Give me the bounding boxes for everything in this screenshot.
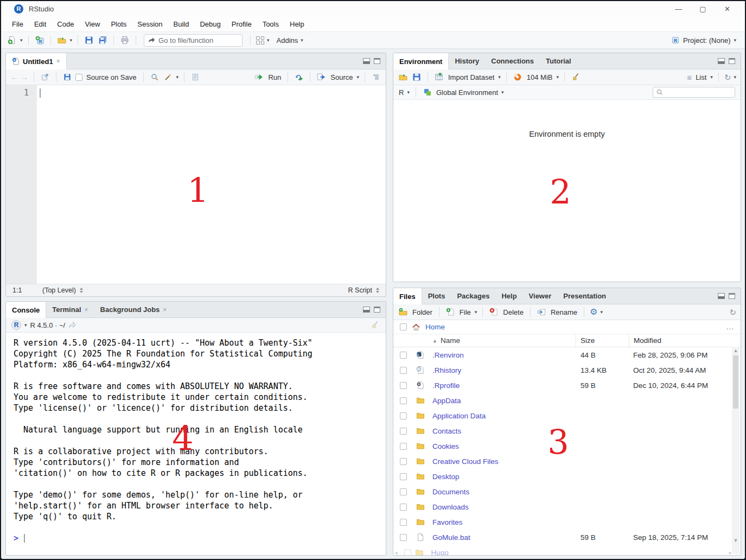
row-checkbox[interactable] xyxy=(400,519,407,526)
popout-window-icon[interactable] xyxy=(40,72,50,82)
goto-file-search[interactable] xyxy=(144,34,243,47)
tab-terminal[interactable]: Terminal × xyxy=(46,302,94,317)
engine-selector-caret[interactable]: ▾ xyxy=(407,90,410,95)
rename-file-button[interactable]: Rename xyxy=(551,308,577,316)
row-checkbox[interactable] xyxy=(400,488,407,495)
minimize-button[interactable]: — xyxy=(666,5,691,13)
refresh-environment-icon[interactable]: ↻ xyxy=(724,73,731,81)
source-file-icon[interactable] xyxy=(316,72,327,82)
tab-history[interactable]: History xyxy=(449,53,485,69)
row-checkbox[interactable] xyxy=(400,428,407,435)
file-row-rprofile[interactable]: .Rprofile 59 B Dec 10, 2024, 6:44 PM xyxy=(393,378,732,393)
list-view-icon[interactable]: ≡ xyxy=(687,73,692,81)
environment-search-box[interactable] xyxy=(653,87,735,98)
new-file-icon[interactable] xyxy=(7,35,17,46)
tab-untitled1-close-icon[interactable]: × xyxy=(56,58,60,65)
menu-help[interactable]: Help xyxy=(284,20,310,28)
editor-body[interactable] xyxy=(37,85,386,284)
row-checkbox[interactable] xyxy=(400,352,407,359)
clear-console-broom-icon[interactable] xyxy=(369,320,380,330)
new-file-caret[interactable]: ▾ xyxy=(20,38,23,43)
file-name-link[interactable]: Hugo xyxy=(431,549,581,556)
tab-console[interactable]: Console xyxy=(6,302,46,318)
goto-file-input[interactable] xyxy=(158,36,229,44)
engine-selector[interactable]: R xyxy=(399,88,404,97)
environment-search-input[interactable] xyxy=(666,88,731,96)
close-button[interactable]: ✕ xyxy=(715,5,739,13)
memory-usage-icon[interactable] xyxy=(512,72,523,82)
file-row-application-data[interactable]: Application Data xyxy=(393,408,732,423)
tab-packages[interactable]: Packages xyxy=(451,288,495,304)
new-folder-icon[interactable] xyxy=(398,307,409,317)
tab-terminal-close-icon[interactable]: × xyxy=(85,306,88,314)
pane-layout-icon[interactable] xyxy=(256,36,264,44)
files-more-gear-icon[interactable]: ⚙ xyxy=(590,308,597,316)
new-file-blank-icon[interactable] xyxy=(445,307,456,317)
files-vertical-scrollbar[interactable]: ▲ ▼ xyxy=(732,347,739,554)
save-icon[interactable] xyxy=(84,35,94,46)
save-workspace-icon[interactable] xyxy=(411,72,422,82)
source-pane-maximize-icon[interactable] xyxy=(374,58,380,64)
import-dataset-caret[interactable]: ▾ xyxy=(498,75,501,80)
console-pane-minimize-icon[interactable] xyxy=(363,307,370,313)
new-file-button-caret[interactable]: ▾ xyxy=(475,310,477,315)
breadcrumb-home-link[interactable]: Home xyxy=(425,323,445,331)
run-icon[interactable] xyxy=(253,72,264,82)
document-outline-icon[interactable] xyxy=(371,72,381,82)
row-checkbox[interactable] xyxy=(400,412,407,419)
refresh-environment-caret[interactable]: ▾ xyxy=(734,75,736,80)
global-environment-caret[interactable]: ▾ xyxy=(501,90,504,95)
list-view-button[interactable]: List xyxy=(696,73,706,81)
file-name-link[interactable]: GoMule.bat xyxy=(432,533,576,542)
home-icon[interactable] xyxy=(412,323,420,332)
menu-view[interactable]: View xyxy=(79,20,105,28)
source-pane-minimize-icon[interactable] xyxy=(363,58,370,64)
source-button-caret[interactable]: ▾ xyxy=(356,75,359,80)
row-checkbox[interactable] xyxy=(400,504,407,511)
open-in-window-icon[interactable] xyxy=(68,321,76,329)
menu-code[interactable]: Code xyxy=(52,20,79,28)
files-pane-minimize-icon[interactable] xyxy=(718,293,725,299)
nav-forward-icon[interactable]: → xyxy=(21,73,28,81)
file-name-link[interactable]: Documents xyxy=(432,488,576,496)
menu-plots[interactable]: Plots xyxy=(105,20,132,28)
tab-presentation[interactable]: Presentation xyxy=(557,288,612,304)
environment-pane-maximize-icon[interactable] xyxy=(729,58,735,64)
open-file-icon[interactable] xyxy=(56,35,67,46)
column-header-name[interactable]: ▲ Name xyxy=(432,336,576,345)
rename-file-icon[interactable] xyxy=(536,307,547,317)
new-project-icon[interactable]: R xyxy=(34,35,45,46)
new-file-button[interactable]: File xyxy=(460,308,471,316)
new-folder-button[interactable]: Folder xyxy=(412,308,432,316)
row-checkbox[interactable] xyxy=(400,367,407,374)
select-all-checkbox[interactable] xyxy=(400,323,407,330)
open-file-caret[interactable]: ▾ xyxy=(70,38,73,43)
nav-back-icon[interactable]: ← xyxy=(10,73,18,81)
file-name-link[interactable]: AppData xyxy=(432,397,576,405)
files-more-caret[interactable]: ▾ xyxy=(600,310,603,315)
file-row-hugo[interactable]: ◂ Hugo ▸ xyxy=(393,545,732,555)
scroll-left-icon[interactable]: ◂ xyxy=(393,549,398,556)
addins-button[interactable]: Addins xyxy=(277,36,298,44)
scrollbar-thumb[interactable] xyxy=(733,355,738,409)
delete-file-icon[interactable] xyxy=(488,307,499,317)
row-checkbox[interactable] xyxy=(400,443,407,450)
file-row-favorites[interactable]: Favorites xyxy=(393,514,732,530)
file-row-appdata[interactable]: AppData xyxy=(393,393,732,408)
menu-tools[interactable]: Tools xyxy=(257,20,284,28)
file-name-link[interactable]: .Rprofile xyxy=(432,381,576,390)
row-checkbox[interactable] xyxy=(400,458,407,465)
column-header-size[interactable]: Size xyxy=(576,334,629,347)
tab-files[interactable]: Files xyxy=(393,288,422,304)
environment-pane-minimize-icon[interactable] xyxy=(718,58,725,64)
row-checkbox[interactable] xyxy=(400,473,407,480)
tab-background-jobs-close-icon[interactable]: × xyxy=(163,306,167,314)
memory-usage-caret[interactable]: ▾ xyxy=(557,75,559,80)
scope-selector[interactable]: (Top Level) xyxy=(42,287,83,294)
file-row-gomule[interactable]: GoMule.bat 59 B Sep 18, 2025, 7:14 PM xyxy=(393,530,732,545)
console-pane-maximize-icon[interactable] xyxy=(374,307,380,313)
run-button[interactable]: Run xyxy=(268,73,281,81)
maximize-button[interactable]: ▢ xyxy=(691,5,715,13)
file-name-link[interactable]: Downloads xyxy=(432,503,576,511)
compile-report-icon[interactable] xyxy=(190,72,201,82)
